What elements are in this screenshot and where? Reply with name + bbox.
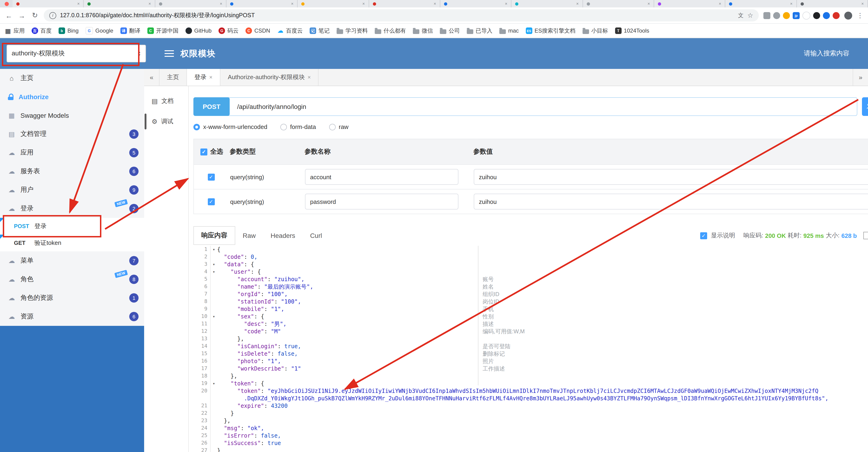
fold-icon[interactable] (211, 253, 217, 261)
fold-icon[interactable] (211, 409, 217, 417)
sidebar-item[interactable]: 登录 NEW 2 (0, 199, 144, 218)
window-close-button[interactable] (5, 2, 9, 6)
fold-icon[interactable] (211, 276, 217, 283)
fold-icon[interactable] (211, 343, 217, 350)
fold-icon[interactable]: ▾ (211, 313, 217, 320)
select-all-checkbox[interactable] (200, 148, 207, 155)
tab-close-icon[interactable] (291, 2, 293, 6)
response-tab[interactable]: Headers (263, 226, 303, 245)
bookmark-item[interactable]: 百度 (32, 27, 52, 35)
browser-tab[interactable] (12, 0, 84, 7)
tab-close-icon[interactable] (647, 2, 650, 6)
content-type-option[interactable]: raw (329, 123, 348, 130)
back-icon[interactable] (5, 11, 13, 19)
browser-tab[interactable] (583, 0, 654, 7)
sidebar-item[interactable]: 菜单 7 (0, 251, 144, 270)
tab-close-icon[interactable] (576, 2, 579, 6)
tab-close-icon[interactable]: × (308, 74, 311, 81)
response-tab[interactable]: Raw (235, 226, 263, 245)
fold-icon[interactable] (211, 402, 217, 409)
tab-close-icon[interactable] (505, 2, 507, 6)
fold-icon[interactable] (211, 365, 217, 372)
fold-icon[interactable] (211, 432, 217, 440)
url-text[interactable]: 127.0.0.1:8760/api/gate/doc.html#/author… (60, 11, 255, 19)
fold-icon[interactable] (211, 417, 217, 425)
hamburger-icon[interactable] (164, 50, 174, 57)
bookmark-star-icon[interactable] (747, 12, 753, 19)
sidebar-item[interactable]: Swagger Models (0, 106, 144, 125)
sidebar-item[interactable]: 应用 5 (0, 143, 144, 162)
tab-close-icon[interactable] (363, 2, 365, 6)
browser-tab[interactable] (725, 0, 797, 7)
tab-close-icon[interactable] (77, 2, 80, 6)
profile-avatar[interactable] (844, 11, 852, 19)
fullscreen-icon[interactable] (863, 232, 868, 239)
bookmark-item[interactable]: 翻译 (120, 27, 140, 35)
bookmark-item[interactable]: 什么都有 (375, 27, 406, 35)
show-desc-checkbox[interactable] (700, 232, 707, 239)
fold-icon[interactable] (211, 350, 217, 358)
doc-nav-item[interactable]: 调试 (144, 111, 188, 132)
module-select[interactable]: authority-权限模块 (6, 45, 146, 62)
bookmark-item[interactable]: Google (86, 27, 113, 34)
sidebar-item[interactable]: POST 登录 (0, 218, 144, 235)
param-name-input[interactable]: account (305, 169, 458, 185)
radio-icon[interactable] (329, 123, 335, 130)
sidebar-item[interactable]: Authorize (0, 87, 144, 106)
extension-icon[interactable] (764, 12, 770, 19)
fold-icon[interactable] (211, 298, 217, 305)
document-tab[interactable]: 主页 (159, 69, 187, 86)
sidebar-item[interactable]: 服务表 6 (0, 162, 144, 180)
extension-icon[interactable]: jp (793, 12, 800, 19)
param-value-input[interactable]: zuihou (474, 169, 868, 185)
bookmark-item[interactable]: ES搜索引擎文档 (526, 27, 576, 35)
browser-menu-icon[interactable] (857, 12, 863, 19)
sidebar-item[interactable]: 用户 9 (0, 180, 144, 199)
response-body-editor[interactable]: 1 ▾ { 2 "code": 0, (193, 246, 868, 452)
fold-icon[interactable] (211, 372, 217, 380)
param-name-input[interactable]: password (305, 194, 458, 209)
reload-icon[interactable] (31, 11, 39, 20)
browser-tab[interactable] (797, 0, 868, 7)
browser-tab[interactable] (654, 0, 725, 7)
document-tab[interactable]: 登录 × (187, 69, 220, 86)
bookmark-item[interactable]: 百度云 (277, 27, 303, 35)
sidebar-item[interactable]: 角色 NEW 8 (0, 270, 144, 289)
fold-icon[interactable] (211, 328, 217, 335)
bookmark-item[interactable]: 学习资料 (337, 27, 368, 35)
bookmark-item[interactable]: 应用 (5, 27, 25, 35)
fold-icon[interactable] (211, 425, 217, 432)
browser-tab[interactable] (512, 0, 583, 7)
fold-icon[interactable] (211, 283, 217, 290)
response-tab[interactable]: 响应内容 (193, 226, 235, 245)
browser-tab[interactable] (155, 0, 226, 7)
browser-tab[interactable] (440, 0, 512, 7)
tab-close-icon[interactable]: × (209, 74, 213, 81)
fold-icon[interactable] (211, 440, 217, 447)
content-type-option[interactable]: x-www-form-urlencoded (193, 123, 267, 130)
bookmark-item[interactable]: 小目标 (583, 27, 608, 35)
translate-icon[interactable] (738, 11, 744, 19)
sidebar-item[interactable]: 角色的资源 1 (0, 289, 144, 307)
document-tab[interactable]: Authorize-authority-权限模块 × (220, 69, 319, 86)
fold-icon[interactable] (211, 320, 217, 328)
extension-icon[interactable] (813, 12, 820, 19)
bookmark-item[interactable]: GitHub (185, 27, 212, 34)
extension-icon[interactable] (833, 12, 840, 19)
bookmark-item[interactable]: 笔记 (310, 27, 330, 35)
extension-icon[interactable] (802, 11, 810, 19)
sidebar-item[interactable]: 文档管理 3 (0, 125, 144, 143)
site-info-icon[interactable] (49, 12, 56, 19)
browser-tab[interactable] (298, 0, 369, 7)
fold-icon[interactable]: ▾ (211, 380, 217, 387)
tab-close-icon[interactable] (719, 2, 721, 6)
fold-icon[interactable] (211, 335, 217, 343)
tab-close-icon[interactable] (434, 2, 436, 6)
fold-icon[interactable]: ▾ (211, 268, 217, 276)
extension-icon[interactable] (823, 12, 830, 19)
tab-close-icon[interactable] (861, 2, 864, 6)
tab-close-icon[interactable] (149, 2, 151, 6)
radio-icon[interactable] (280, 123, 287, 130)
expand-tabs-icon[interactable] (852, 69, 868, 86)
send-button[interactable]: 发送 (862, 97, 868, 116)
